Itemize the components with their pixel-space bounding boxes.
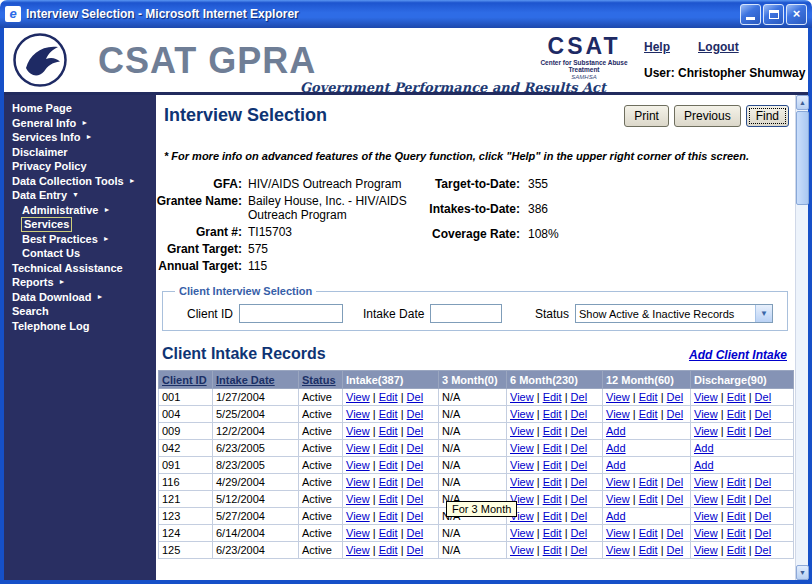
view-link[interactable]: View	[694, 493, 718, 505]
edit-link[interactable]: Edit	[727, 544, 746, 556]
del-link[interactable]: Del	[571, 425, 588, 437]
del-link[interactable]: Del	[407, 510, 424, 522]
sidebar-item-general-info[interactable]: General Info►	[4, 116, 156, 131]
edit-link[interactable]: Edit	[727, 391, 746, 403]
del-link[interactable]: Del	[407, 527, 424, 539]
view-link[interactable]: View	[346, 425, 370, 437]
edit-link[interactable]: Edit	[639, 527, 658, 539]
print-button[interactable]: Print	[624, 105, 669, 127]
column-sort-link-client-id[interactable]: Client ID	[162, 374, 207, 386]
edit-link[interactable]: Edit	[543, 408, 562, 420]
edit-link[interactable]: Edit	[379, 476, 398, 488]
add-link[interactable]: Add	[694, 459, 714, 471]
del-link[interactable]: Del	[571, 476, 588, 488]
sidebar-item-disclaimer[interactable]: Disclaimer	[4, 145, 156, 160]
column-sort-link-intake-date[interactable]: Intake Date	[216, 374, 275, 386]
edit-link[interactable]: Edit	[379, 527, 398, 539]
del-link[interactable]: Del	[407, 544, 424, 556]
del-link[interactable]: Del	[571, 527, 588, 539]
edit-link[interactable]: Edit	[639, 476, 658, 488]
del-link[interactable]: Del	[755, 527, 772, 539]
view-link[interactable]: View	[510, 408, 534, 420]
edit-link[interactable]: Edit	[639, 408, 658, 420]
del-link[interactable]: Del	[667, 391, 684, 403]
view-link[interactable]: View	[346, 510, 370, 522]
view-link[interactable]: View	[694, 408, 718, 420]
edit-link[interactable]: Edit	[727, 408, 746, 420]
view-link[interactable]: View	[346, 459, 370, 471]
del-link[interactable]: Del	[407, 476, 424, 488]
sidebar-item-privacy-policy[interactable]: Privacy Policy	[4, 159, 156, 174]
view-link[interactable]: View	[606, 544, 630, 556]
add-link[interactable]: Add	[606, 510, 626, 522]
column-sort-link-status[interactable]: Status	[302, 374, 336, 386]
edit-link[interactable]: Edit	[639, 391, 658, 403]
edit-link[interactable]: Edit	[379, 493, 398, 505]
view-link[interactable]: View	[606, 476, 630, 488]
titlebar[interactable]: e Interview Selection - Microsoft Intern…	[0, 0, 812, 28]
view-link[interactable]: View	[346, 391, 370, 403]
edit-link[interactable]: Edit	[379, 408, 398, 420]
edit-link[interactable]: Edit	[543, 391, 562, 403]
view-link[interactable]: View	[510, 442, 534, 454]
del-link[interactable]: Del	[755, 544, 772, 556]
edit-link[interactable]: Edit	[639, 544, 658, 556]
view-link[interactable]: View	[510, 425, 534, 437]
view-link[interactable]: View	[346, 493, 370, 505]
edit-link[interactable]: Edit	[543, 527, 562, 539]
view-link[interactable]: View	[346, 476, 370, 488]
del-link[interactable]: Del	[571, 459, 588, 471]
del-link[interactable]: Del	[571, 442, 588, 454]
edit-link[interactable]: Edit	[727, 476, 746, 488]
del-link[interactable]: Del	[571, 544, 588, 556]
sidebar-item-contact-us[interactable]: Contact Us	[4, 246, 156, 261]
del-link[interactable]: Del	[755, 493, 772, 505]
sidebar-item-reports[interactable]: Reports►	[4, 275, 156, 290]
maximize-button[interactable]	[763, 4, 784, 25]
vertical-scrollbar[interactable]: ▲ ▼	[795, 95, 808, 580]
add-link[interactable]: Add	[606, 442, 626, 454]
view-link[interactable]: View	[694, 527, 718, 539]
sidebar-item-services[interactable]: Services	[4, 217, 156, 232]
find-button[interactable]: Find	[746, 105, 789, 127]
add-link[interactable]: Add	[606, 459, 626, 471]
del-link[interactable]: Del	[667, 476, 684, 488]
view-link[interactable]: View	[510, 459, 534, 471]
edit-link[interactable]: Edit	[379, 425, 398, 437]
sidebar-item-data-entry[interactable]: Data Entry▼	[4, 188, 156, 203]
edit-link[interactable]: Edit	[727, 510, 746, 522]
del-link[interactable]: Del	[755, 391, 772, 403]
scrollbar-thumb[interactable]	[796, 111, 809, 205]
edit-link[interactable]: Edit	[543, 476, 562, 488]
edit-link[interactable]: Edit	[727, 493, 746, 505]
view-link[interactable]: View	[694, 544, 718, 556]
view-link[interactable]: View	[510, 391, 534, 403]
del-link[interactable]: Del	[755, 510, 772, 522]
del-link[interactable]: Del	[667, 408, 684, 420]
close-button[interactable]: ×	[786, 4, 807, 25]
view-link[interactable]: View	[346, 442, 370, 454]
view-link[interactable]: View	[346, 527, 370, 539]
help-link[interactable]: Help	[644, 40, 670, 54]
del-link[interactable]: Del	[407, 459, 424, 471]
view-link[interactable]: View	[510, 544, 534, 556]
del-link[interactable]: Del	[571, 510, 588, 522]
del-link[interactable]: Del	[571, 391, 588, 403]
view-link[interactable]: View	[694, 425, 718, 437]
del-link[interactable]: Del	[755, 476, 772, 488]
edit-link[interactable]: Edit	[379, 510, 398, 522]
client-id-input[interactable]	[239, 304, 343, 323]
view-link[interactable]: View	[606, 493, 630, 505]
view-link[interactable]: View	[694, 476, 718, 488]
edit-link[interactable]: Edit	[543, 544, 562, 556]
edit-link[interactable]: Edit	[543, 442, 562, 454]
view-link[interactable]: View	[346, 408, 370, 420]
status-select[interactable]: Show Active & Inactive Records ▼	[575, 304, 773, 323]
sidebar-item-data-collection-tools[interactable]: Data Collection Tools►	[4, 174, 156, 189]
del-link[interactable]: Del	[755, 408, 772, 420]
del-link[interactable]: Del	[407, 425, 424, 437]
sidebar-item-telephone-log[interactable]: Telephone Log	[4, 319, 156, 334]
view-link[interactable]: View	[510, 476, 534, 488]
intake-date-input[interactable]	[430, 304, 502, 323]
edit-link[interactable]: Edit	[379, 459, 398, 471]
